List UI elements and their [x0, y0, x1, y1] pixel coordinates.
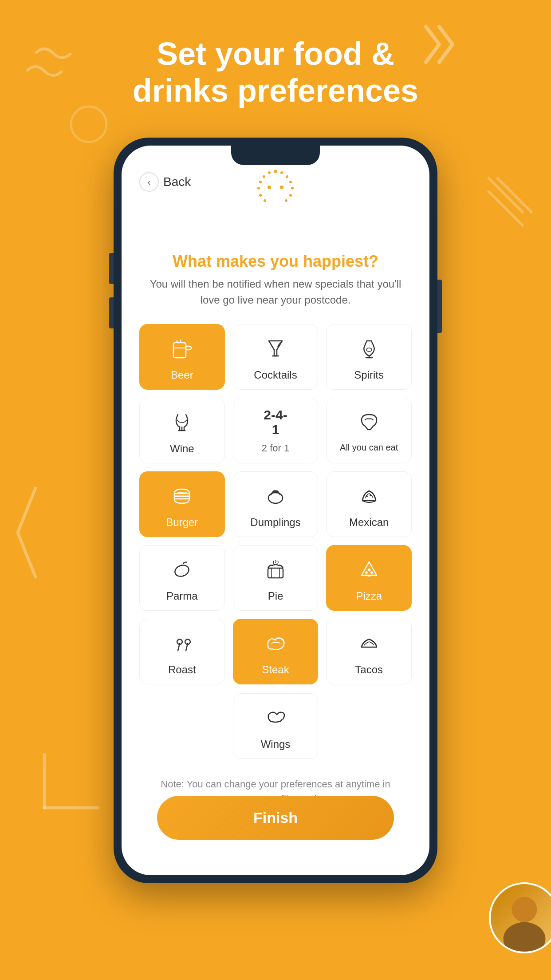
finish-button[interactable]: Finish — [157, 796, 394, 840]
wings-label: Wings — [261, 738, 291, 751]
steak-icon — [261, 629, 290, 657]
cocktails-label: Cocktails — [254, 369, 297, 381]
svg-line-1 — [497, 178, 532, 213]
svg-point-29 — [366, 348, 372, 352]
wings-icon — [261, 703, 290, 732]
title-line1: Set your food & — [157, 36, 394, 71]
person-photo — [489, 882, 551, 953]
item-parma[interactable]: Parma — [139, 545, 225, 611]
item-roast[interactable]: Roast — [139, 619, 225, 684]
roast-icon — [168, 629, 196, 657]
allyoucaneat-icon — [355, 408, 383, 436]
2for1-icon: 2-4-1 — [261, 408, 290, 436]
spirits-icon — [355, 334, 383, 363]
screen-content: What makes you happiest? You will then b… — [122, 168, 429, 875]
phone-btn-volume-up — [109, 253, 114, 284]
item-spirits[interactable]: Spirits — [326, 324, 412, 390]
parma-icon — [168, 555, 196, 584]
svg-point-36 — [370, 494, 371, 496]
item-pizza[interactable]: Pizza — [326, 545, 412, 611]
pizza-label: Pizza — [356, 590, 382, 602]
2for1-sub-label: 2 for 1 — [262, 443, 289, 454]
svg-point-48 — [504, 922, 546, 952]
svg-rect-33 — [174, 496, 189, 499]
item-cocktails[interactable]: Cocktails — [233, 324, 319, 390]
phone-btn-volume-down — [109, 297, 114, 328]
item-tacos[interactable]: Tacos — [326, 619, 412, 684]
mexican-icon — [355, 482, 383, 510]
dumplings-icon — [261, 482, 290, 510]
pie-icon — [261, 555, 290, 584]
item-steak[interactable]: Steak — [233, 619, 319, 684]
allyoucaneat-label: All you can eat — [340, 443, 398, 453]
svg-line-0 — [488, 178, 523, 213]
item-burger[interactable]: Burger — [139, 471, 225, 537]
item-wings[interactable]: Wings — [233, 693, 319, 759]
svg-point-35 — [366, 495, 368, 497]
item-2for1[interactable]: 2-4-1 2 for 1 — [233, 398, 319, 463]
svg-rect-38 — [268, 568, 283, 578]
spirits-label: Spirits — [354, 369, 384, 381]
phone-notch — [231, 146, 320, 165]
tacos-label: Tacos — [355, 664, 383, 676]
parma-label: Parma — [166, 590, 198, 602]
phone-btn-power — [437, 280, 442, 333]
burger-label: Burger — [166, 516, 198, 529]
tacos-icon — [355, 629, 383, 657]
svg-point-43 — [370, 572, 373, 574]
title-line2: drinks preferences — [133, 73, 418, 108]
item-mexican[interactable]: Mexican — [326, 471, 412, 537]
item-dumplings[interactable]: Dumplings — [233, 471, 319, 537]
pie-label: Pie — [268, 590, 283, 602]
svg-rect-21 — [173, 343, 186, 358]
beer-label: Beer — [171, 369, 193, 381]
beer-icon — [168, 334, 196, 363]
item-wine[interactable]: Wine — [139, 398, 225, 463]
svg-point-5 — [71, 107, 106, 142]
page-title: Set your food & drinks preferences — [0, 36, 551, 109]
dumplings-label: Dumplings — [250, 516, 300, 529]
item-allyoucaneat[interactable]: All you can eat — [326, 398, 412, 463]
svg-point-42 — [365, 572, 367, 574]
mexican-label: Mexican — [349, 516, 389, 529]
steak-label: Steak — [262, 664, 289, 676]
item-beer[interactable]: Beer — [139, 324, 225, 390]
cocktails-icon — [261, 334, 290, 363]
question-subtext: You will then be notified when new speci… — [139, 276, 412, 308]
2for1-top-label: 2-4-1 — [261, 407, 290, 437]
items-grid: Beer Cocktails — [139, 324, 412, 693]
burger-icon — [168, 482, 196, 510]
phone-frame: ‹ Back What makes you happiest? You will… — [114, 138, 437, 883]
wine-icon — [168, 408, 196, 436]
phone-screen: ‹ Back What makes you happiest? You will… — [122, 146, 429, 875]
question-heading: What makes you happiest? — [139, 252, 412, 271]
item-pie[interactable]: Pie — [233, 545, 319, 611]
wine-label: Wine — [170, 443, 194, 455]
svg-line-2 — [488, 191, 523, 226]
svg-point-41 — [368, 569, 370, 571]
roast-label: Roast — [168, 664, 196, 676]
svg-point-37 — [173, 563, 190, 578]
svg-point-47 — [512, 897, 537, 922]
pizza-icon — [355, 555, 383, 584]
